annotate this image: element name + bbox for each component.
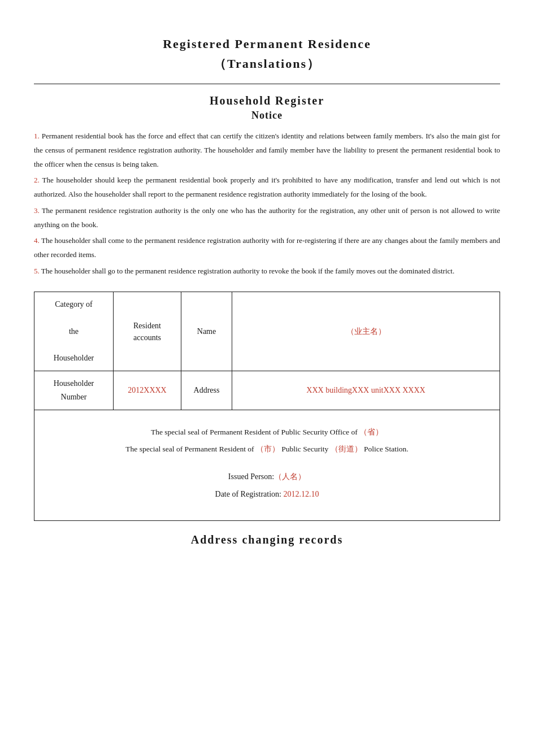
page-title: Registered Permanent Residence （Translat… bbox=[34, 34, 500, 73]
seal-section: The special seal of Permanent Resident o… bbox=[34, 410, 500, 521]
notice-num-2: 2. bbox=[34, 176, 40, 184]
notice-title: Notice bbox=[34, 110, 500, 121]
notice-text-4: The householder shall come to the perman… bbox=[34, 236, 500, 259]
notice-item-3: 3. The permanent residence registration … bbox=[34, 204, 500, 232]
main-table: Category oftheHouseholder Resident accou… bbox=[34, 292, 500, 410]
notice-items: 1. Permanent residential book has the fo… bbox=[34, 129, 500, 278]
table-row-2: Householder Number 2012XXXX Address XXX … bbox=[34, 371, 500, 410]
accounts-label: accounts bbox=[133, 333, 161, 342]
cell-name-label: Name bbox=[181, 292, 232, 371]
seal-line1: The special seal of Permanent Resident o… bbox=[46, 424, 488, 441]
notice-item-4: 4. The householder shall come to the per… bbox=[34, 234, 500, 262]
title-line2: （Translations） bbox=[34, 54, 500, 73]
cell-category: Category oftheHouseholder bbox=[34, 292, 114, 371]
notice-num-4: 4. bbox=[34, 236, 40, 245]
household-register-title: Household Register bbox=[34, 94, 500, 107]
divider bbox=[34, 84, 500, 84]
cell-name-value: （业主名） bbox=[232, 292, 500, 371]
notice-item-5: 5. The householder shall go to the perma… bbox=[34, 264, 500, 279]
notice-text-5: The householder shall go to the permanen… bbox=[40, 267, 454, 275]
notice-text-3: The permanent residence registration aut… bbox=[34, 206, 500, 229]
date-line: Date of Registration: 2012.12.10 bbox=[46, 486, 488, 503]
cell-hn-label: Householder Number bbox=[34, 371, 114, 410]
issued-line: Issued Person:（人名） bbox=[46, 468, 488, 486]
notice-text-1: Permanent residential book has the force… bbox=[34, 132, 500, 168]
resident-label: Resident bbox=[133, 321, 161, 330]
notice-num-3: 3. bbox=[34, 206, 40, 215]
notice-item-1: 1. Permanent residential book has the fo… bbox=[34, 129, 500, 171]
table-row-1: Category oftheHouseholder Resident accou… bbox=[34, 292, 500, 371]
notice-num-1: 1. bbox=[34, 132, 40, 140]
notice-text-2: The householder should keep the permanen… bbox=[34, 176, 500, 198]
cell-hn-value: 2012XXXX bbox=[114, 371, 181, 410]
notice-item-2: 2. The householder should keep the perma… bbox=[34, 173, 500, 201]
notice-num-5: 5. bbox=[34, 267, 40, 275]
title-line1: Registered Permanent Residence bbox=[34, 34, 500, 54]
seal-line2: The special seal of Permanent Resident o… bbox=[46, 441, 488, 458]
address-changing-title: Address changing records bbox=[34, 533, 500, 546]
cell-address-value: XXX buildingXXX unitXXX XXXX bbox=[232, 371, 500, 410]
cell-resident-accounts: Resident accounts bbox=[114, 292, 181, 371]
cell-address-label: Address bbox=[181, 371, 232, 410]
